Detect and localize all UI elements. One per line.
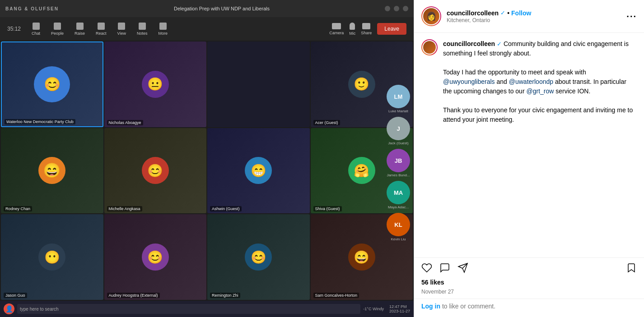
teams-toolbar: 35:12 Chat People Raise React View (0, 17, 414, 41)
meeting-title: Delegation Prep with UW NDP and Liberals (174, 6, 270, 11)
video-cell-empty (207, 41, 310, 127)
post-header-name-row: councillorcolleen ✓ • Follow (447, 9, 621, 17)
post-actions (414, 257, 644, 277)
chat-tool[interactable]: Chat (32, 23, 40, 36)
bookmark-button[interactable] (626, 262, 637, 275)
post-date: November 27 (414, 288, 644, 299)
video-cell-10: 😊 Remington Zhi (207, 214, 310, 300)
video-cell-1: 😊 Waterloo New Democratic Party Club (1, 41, 103, 127)
profile-avatar: 👩 (423, 8, 439, 24)
post-comment: councillorcolleen ✓ Community building a… (421, 39, 637, 124)
leave-button[interactable]: Leave (377, 23, 406, 35)
raise-tool[interactable]: Raise (75, 23, 85, 36)
video-topbar: BANG & OLUFSEN Delegation Prep with UW N… (0, 0, 414, 17)
participant-label-9: Audrey Hoogstra (External) (107, 293, 160, 298)
video-cell-2: 😐 Nicholas Aboagye (104, 41, 207, 127)
share-tool[interactable]: Share (361, 23, 372, 35)
post-header-info: councillorcolleen ✓ • Follow Kitchener, … (447, 9, 621, 23)
taskbar-system: -1°C Windy 12:47 PM2023-11-27 (363, 304, 410, 313)
more-tool[interactable]: More (158, 23, 168, 36)
video-cell-4: 😄 Rodney Chan (1, 128, 103, 214)
participant-label-8: Jason Guo (4, 293, 27, 298)
window-controls (385, 6, 408, 11)
post-image: BANG & OLUFSEN Delegation Prep with UW N… (0, 0, 414, 317)
people-tool[interactable]: People (51, 23, 64, 36)
participant-label-10: Remington Zhi (210, 293, 240, 298)
video-cell-9: 😊 Audrey Hoogstra (External) (104, 214, 207, 300)
participant-label-7: Shiva (Guest) (313, 206, 342, 211)
post-location: Kitchener, Ontario (447, 17, 621, 23)
call-timer: 35:12 (7, 26, 21, 32)
separator-dot: • (507, 9, 509, 17)
participant-label-4: Rodney Chan (4, 206, 32, 211)
participant-label-11: Sam Goncalves-Horton (313, 293, 359, 298)
mic-tool[interactable]: Mic (349, 23, 355, 36)
side-participant-j: J Jack (Guest) (387, 117, 410, 145)
comment-avatar-inner (422, 40, 437, 55)
comment-verified-icon: ✓ (497, 41, 502, 47)
side-participant-lm: LM Luke Marlatt (387, 85, 410, 113)
side-participants: LM Luke Marlatt J Jack (Guest) JB James … (387, 85, 410, 241)
profile-avatar-ring[interactable]: 👩 (421, 6, 441, 26)
brand-label: BANG & OLUFSEN (5, 6, 59, 11)
react-tool[interactable]: React (96, 23, 107, 36)
video-cell-8: 😶 Jason Guo (1, 214, 103, 300)
comment-avatar-ring[interactable] (421, 39, 438, 55)
post-panel: 👩 councillorcolleen ✓ • Follow Kitchener… (414, 0, 644, 317)
comment-username[interactable]: councillorcolleen (443, 40, 495, 47)
participant-label-1: Waterloo New Democratic Party Club (5, 119, 75, 124)
login-cta-text: to like or comment. (440, 303, 495, 310)
mention-uwaterloondp[interactable]: @uwaterloondp (509, 78, 553, 85)
profile-avatar-inner: 👩 (422, 7, 440, 25)
participant-label-5: Michelle Angkasa (107, 206, 142, 211)
view-tool[interactable]: View (117, 23, 126, 36)
taskbar-user-icon: 👤 (4, 303, 14, 314)
side-participant-ma: MA Maya Adac... (387, 181, 410, 209)
post-header: 👩 councillorcolleen ✓ • Follow Kitchener… (414, 0, 644, 33)
search-bar[interactable]: type here to search (17, 304, 360, 314)
participant-label-6: Ashwin (Guest) (210, 206, 242, 211)
login-link[interactable]: Log in (421, 303, 440, 310)
notes-tool[interactable]: Notes (137, 23, 148, 36)
taskbar: 👤 type here to search -1°C Windy 12:47 P… (0, 301, 414, 317)
share-button[interactable] (457, 262, 468, 275)
participant-label-3: Acer (Guest) (313, 120, 340, 125)
post-content: councillorcolleen ✓ Community building a… (414, 33, 644, 257)
post-likes: 56 likes (414, 277, 644, 288)
comment-body: councillorcolleen ✓ Community building a… (443, 39, 637, 124)
participant-label-2: Nicholas Aboagye (107, 120, 143, 125)
camera-tool[interactable]: Camera (329, 23, 344, 35)
comment-text: Community building and civic engagement … (443, 40, 633, 123)
mention-uwyoungliberals[interactable]: @uwyoungliberals (443, 78, 495, 85)
video-cell-6: 😁 Ashwin (Guest) (207, 128, 310, 214)
more-options-button[interactable]: ··· (626, 11, 637, 22)
side-participant-kl: KL Kevin Liu (387, 213, 410, 241)
video-grid: 😊 Waterloo New Democratic Party Club 😐 N… (0, 41, 414, 301)
post-login-cta: Log in to like or comment. (414, 299, 644, 317)
comment-button[interactable] (439, 262, 450, 275)
follow-button[interactable]: Follow (511, 9, 531, 17)
video-cell-5: 😊 Michelle Angkasa (104, 128, 207, 214)
mention-grt-row[interactable]: @grt_row (526, 87, 554, 95)
post-username[interactable]: councillorcolleen (447, 9, 499, 17)
verified-icon: ✓ (500, 9, 505, 16)
like-button[interactable] (421, 262, 432, 275)
side-participant-jb: JB James Bund... (387, 149, 410, 177)
comment-avatar (423, 41, 436, 54)
